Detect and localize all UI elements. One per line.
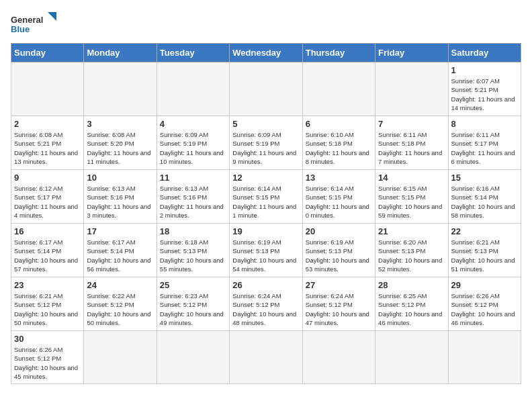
calendar-cell: 10Sunrise: 6:13 AM Sunset: 5:16 PM Dayli… <box>84 170 157 224</box>
day-info: Sunrise: 6:14 AM Sunset: 5:15 PM Dayligh… <box>306 184 372 220</box>
week-row-2: 2Sunrise: 6:08 AM Sunset: 5:21 PM Daylig… <box>11 116 521 170</box>
calendar-cell <box>375 331 448 384</box>
calendar-cell: 5Sunrise: 6:09 AM Sunset: 5:19 PM Daylig… <box>230 116 302 170</box>
calendar-cell: 15Sunrise: 6:16 AM Sunset: 5:14 PM Dayli… <box>448 170 521 224</box>
svg-marker-2 <box>48 12 56 21</box>
day-header-sunday: Sunday <box>11 44 84 62</box>
day-info: Sunrise: 6:15 AM Sunset: 5:15 PM Dayligh… <box>378 184 445 220</box>
calendar-cell <box>302 331 375 384</box>
day-info: Sunrise: 6:16 AM Sunset: 5:14 PM Dayligh… <box>451 184 518 220</box>
calendar-cell: 2Sunrise: 6:08 AM Sunset: 5:21 PM Daylig… <box>11 116 84 170</box>
calendar-cell: 11Sunrise: 6:13 AM Sunset: 5:16 PM Dayli… <box>157 170 229 224</box>
day-header-thursday: Thursday <box>302 44 375 62</box>
calendar-cell: 25Sunrise: 6:23 AM Sunset: 5:12 PM Dayli… <box>157 277 229 331</box>
day-header-friday: Friday <box>375 44 448 62</box>
day-number: 15 <box>451 173 518 183</box>
week-row-6: 30Sunrise: 6:26 AM Sunset: 5:12 PM Dayli… <box>11 331 521 384</box>
calendar-cell <box>302 62 375 116</box>
day-number: 17 <box>87 226 153 236</box>
day-info: Sunrise: 6:13 AM Sunset: 5:16 PM Dayligh… <box>160 184 226 220</box>
calendar-cell: 20Sunrise: 6:19 AM Sunset: 5:13 PM Dayli… <box>302 224 375 277</box>
day-info: Sunrise: 6:09 AM Sunset: 5:19 PM Dayligh… <box>232 130 299 166</box>
day-info: Sunrise: 6:22 AM Sunset: 5:12 PM Dayligh… <box>87 291 153 327</box>
day-info: Sunrise: 6:24 AM Sunset: 5:12 PM Dayligh… <box>232 291 299 327</box>
week-row-5: 23Sunrise: 6:21 AM Sunset: 5:12 PM Dayli… <box>11 277 521 331</box>
calendar-cell: 23Sunrise: 6:21 AM Sunset: 5:12 PM Dayli… <box>11 277 84 331</box>
day-info: Sunrise: 6:10 AM Sunset: 5:18 PM Dayligh… <box>306 130 372 166</box>
day-number: 6 <box>306 119 372 129</box>
day-info: Sunrise: 6:20 AM Sunset: 5:13 PM Dayligh… <box>378 238 445 273</box>
calendar-cell: 6Sunrise: 6:10 AM Sunset: 5:18 PM Daylig… <box>302 116 375 170</box>
logo-svg: General Blue <box>11 11 58 38</box>
day-number: 25 <box>160 280 226 290</box>
day-number: 23 <box>14 280 81 290</box>
day-header-wednesday: Wednesday <box>230 44 302 62</box>
day-number: 4 <box>160 119 226 129</box>
calendar-cell: 26Sunrise: 6:24 AM Sunset: 5:12 PM Dayli… <box>230 277 302 331</box>
calendar-cell: 30Sunrise: 6:26 AM Sunset: 5:12 PM Dayli… <box>11 331 84 384</box>
calendar-cell <box>375 62 448 116</box>
week-row-1: 1Sunrise: 6:07 AM Sunset: 5:21 PM Daylig… <box>11 62 521 116</box>
day-number: 29 <box>451 280 518 290</box>
day-info: Sunrise: 6:09 AM Sunset: 5:19 PM Dayligh… <box>160 130 226 166</box>
day-header-tuesday: Tuesday <box>157 44 229 62</box>
day-info: Sunrise: 6:19 AM Sunset: 5:13 PM Dayligh… <box>232 238 299 273</box>
day-info: Sunrise: 6:11 AM Sunset: 5:18 PM Dayligh… <box>378 130 445 166</box>
calendar-cell <box>11 62 84 116</box>
calendar-cell: 16Sunrise: 6:17 AM Sunset: 5:14 PM Dayli… <box>11 224 84 277</box>
calendar-cell: 18Sunrise: 6:18 AM Sunset: 5:13 PM Dayli… <box>157 224 229 277</box>
calendar-cell: 22Sunrise: 6:21 AM Sunset: 5:13 PM Dayli… <box>448 224 521 277</box>
day-header-saturday: Saturday <box>448 44 521 62</box>
calendar-cell: 28Sunrise: 6:25 AM Sunset: 5:12 PM Dayli… <box>375 277 448 331</box>
day-number: 7 <box>378 119 445 129</box>
header: General Blue <box>11 11 521 38</box>
day-number: 30 <box>14 334 81 344</box>
day-info: Sunrise: 6:11 AM Sunset: 5:17 PM Dayligh… <box>451 130 518 166</box>
week-row-3: 9Sunrise: 6:12 AM Sunset: 5:17 PM Daylig… <box>11 170 521 224</box>
calendar-table: SundayMondayTuesdayWednesdayThursdayFrid… <box>11 43 521 384</box>
day-number: 26 <box>232 280 299 290</box>
day-number: 18 <box>160 226 226 236</box>
day-info: Sunrise: 6:21 AM Sunset: 5:13 PM Dayligh… <box>451 238 518 273</box>
calendar-cell: 17Sunrise: 6:17 AM Sunset: 5:14 PM Dayli… <box>84 224 157 277</box>
day-info: Sunrise: 6:18 AM Sunset: 5:13 PM Dayligh… <box>160 238 226 273</box>
calendar-cell: 1Sunrise: 6:07 AM Sunset: 5:21 PM Daylig… <box>448 62 521 116</box>
day-info: Sunrise: 6:23 AM Sunset: 5:12 PM Dayligh… <box>160 291 226 327</box>
calendar-cell: 9Sunrise: 6:12 AM Sunset: 5:17 PM Daylig… <box>11 170 84 224</box>
calendar-cell: 4Sunrise: 6:09 AM Sunset: 5:19 PM Daylig… <box>157 116 229 170</box>
calendar-cell <box>448 331 521 384</box>
day-info: Sunrise: 6:07 AM Sunset: 5:21 PM Dayligh… <box>451 77 518 112</box>
day-number: 1 <box>451 65 518 75</box>
calendar-cell <box>157 331 229 384</box>
calendar-cell: 14Sunrise: 6:15 AM Sunset: 5:15 PM Dayli… <box>375 170 448 224</box>
calendar-cell: 27Sunrise: 6:24 AM Sunset: 5:12 PM Dayli… <box>302 277 375 331</box>
calendar-cell: 13Sunrise: 6:14 AM Sunset: 5:15 PM Dayli… <box>302 170 375 224</box>
day-info: Sunrise: 6:17 AM Sunset: 5:14 PM Dayligh… <box>87 238 153 273</box>
day-info: Sunrise: 6:21 AM Sunset: 5:12 PM Dayligh… <box>14 291 81 327</box>
logo: General Blue <box>11 11 58 38</box>
svg-text:General: General <box>11 15 43 25</box>
calendar-cell: 29Sunrise: 6:26 AM Sunset: 5:12 PM Dayli… <box>448 277 521 331</box>
calendar-cell <box>230 62 302 116</box>
day-number: 11 <box>160 173 226 183</box>
day-number: 8 <box>451 119 518 129</box>
calendar-cell <box>230 331 302 384</box>
day-info: Sunrise: 6:26 AM Sunset: 5:12 PM Dayligh… <box>14 345 81 381</box>
day-number: 5 <box>232 119 299 129</box>
day-info: Sunrise: 6:14 AM Sunset: 5:15 PM Dayligh… <box>232 184 299 220</box>
day-number: 20 <box>306 226 372 236</box>
calendar-cell: 3Sunrise: 6:08 AM Sunset: 5:20 PM Daylig… <box>84 116 157 170</box>
day-number: 16 <box>14 226 81 236</box>
week-row-4: 16Sunrise: 6:17 AM Sunset: 5:14 PM Dayli… <box>11 224 521 277</box>
day-header-monday: Monday <box>84 44 157 62</box>
day-number: 12 <box>232 173 299 183</box>
day-number: 9 <box>14 173 81 183</box>
calendar-cell: 24Sunrise: 6:22 AM Sunset: 5:12 PM Dayli… <box>84 277 157 331</box>
day-info: Sunrise: 6:19 AM Sunset: 5:13 PM Dayligh… <box>306 238 372 273</box>
day-number: 21 <box>378 226 445 236</box>
calendar-cell: 12Sunrise: 6:14 AM Sunset: 5:15 PM Dayli… <box>230 170 302 224</box>
day-number: 24 <box>87 280 153 290</box>
day-number: 3 <box>87 119 153 129</box>
day-number: 10 <box>87 173 153 183</box>
day-info: Sunrise: 6:08 AM Sunset: 5:20 PM Dayligh… <box>87 130 153 166</box>
